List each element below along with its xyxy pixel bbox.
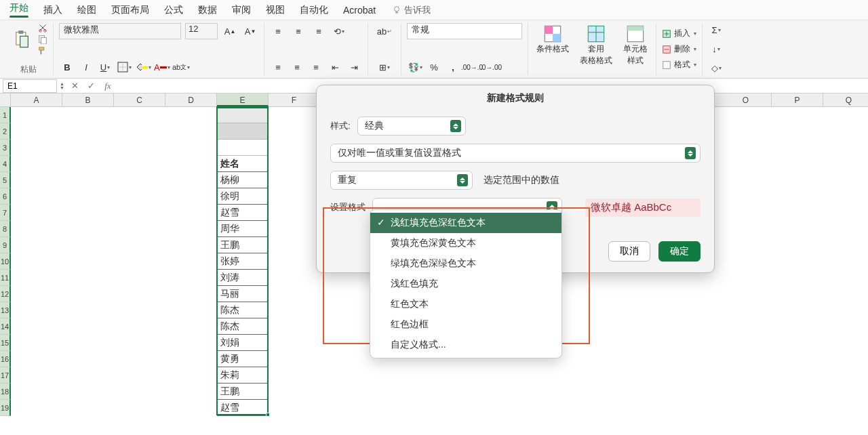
cancel-button[interactable]: 取消 <box>608 241 650 262</box>
row-3[interactable]: 3 <box>0 140 11 156</box>
fx-icon[interactable]: fx <box>100 81 116 91</box>
cell-E13[interactable]: 陈杰 <box>217 302 269 318</box>
col-E[interactable]: E <box>217 94 269 106</box>
col-O[interactable]: O <box>720 94 772 106</box>
row-6[interactable]: 6 <box>0 188 11 205</box>
decrease-decimal-icon[interactable]: .0→.00 <box>483 59 499 75</box>
dd-item-5[interactable]: 红色边框 <box>370 314 561 335</box>
fill-icon[interactable]: ↓▾ <box>708 42 724 57</box>
autosum-icon[interactable]: Σ▾ <box>708 23 724 38</box>
row-10[interactable]: 10 <box>0 253 11 270</box>
decrease-font-icon[interactable]: A▼ <box>242 23 258 39</box>
cell-E10[interactable]: 张婷 <box>217 253 269 270</box>
cell-E16[interactable]: 黄勇 <box>217 351 269 367</box>
tell-me[interactable]: 告诉我 <box>392 4 431 16</box>
currency-icon[interactable]: 💱▾ <box>407 59 423 75</box>
cell-E14[interactable]: 陈杰 <box>217 318 269 335</box>
format-button[interactable]: 格式▾ <box>662 59 696 70</box>
delete-button[interactable]: 删除▾ <box>662 43 696 55</box>
row-1[interactable]: 1 <box>0 107 11 123</box>
cut-icon[interactable] <box>38 23 47 33</box>
align-bottom-icon[interactable]: ≡ <box>311 23 327 39</box>
decrease-indent-icon[interactable]: ⇤ <box>327 59 343 75</box>
duplicate-select[interactable]: 重复 <box>330 171 473 190</box>
border-button[interactable]: ▾ <box>116 59 132 75</box>
increase-font-icon[interactable]: A▲ <box>222 23 238 39</box>
row-2[interactable]: 2 <box>0 123 11 140</box>
row-8[interactable]: 8 <box>0 221 11 237</box>
tab-data[interactable]: 数据 <box>191 1 224 20</box>
row-17[interactable]: 17 <box>0 367 11 384</box>
cell-E4[interactable]: 姓名 <box>217 156 269 172</box>
dd-item-3[interactable]: 浅红色填充 <box>370 274 561 294</box>
align-top-icon[interactable]: ≡ <box>270 23 286 39</box>
align-middle-icon[interactable]: ≡ <box>290 23 307 39</box>
increase-indent-icon[interactable]: ⇥ <box>346 59 362 75</box>
row-14[interactable]: 14 <box>0 318 11 335</box>
clear-icon[interactable]: ◇▾ <box>708 60 724 75</box>
align-left-icon[interactable]: ≡ <box>270 59 286 75</box>
cell-E6[interactable]: 徐明 <box>217 188 269 205</box>
cell-E8[interactable]: 周华 <box>217 221 269 237</box>
col-D[interactable]: D <box>165 94 217 106</box>
insert-button[interactable]: 插入▾ <box>662 28 696 39</box>
paste-button[interactable] <box>9 28 34 50</box>
font-color-button[interactable]: A▾ <box>154 59 170 75</box>
fill-color-button[interactable]: ▾ <box>135 59 151 75</box>
dd-item-0[interactable]: 浅红填充色深红色文本 <box>370 213 561 233</box>
tab-review[interactable]: 审阅 <box>225 1 258 20</box>
select-all-corner[interactable] <box>0 94 11 106</box>
row-11[interactable]: 11 <box>0 270 11 286</box>
row-18[interactable]: 18 <box>0 384 11 400</box>
row-16[interactable]: 16 <box>0 351 11 367</box>
rule-type-select[interactable]: 仅对唯一值或重复值设置格式 <box>330 144 701 163</box>
col-Q[interactable]: Q <box>823 94 868 106</box>
copy-icon[interactable] <box>38 35 47 44</box>
font-name-select[interactable]: 微软雅黑 <box>59 23 181 39</box>
table-format-button[interactable]: 套用 表格格式 <box>577 23 615 68</box>
row-19[interactable]: 19 <box>0 400 11 416</box>
increase-decimal-icon[interactable]: .00→.0 <box>464 59 480 75</box>
cell-E19[interactable]: 赵雪 <box>217 400 269 416</box>
accept-formula-icon[interactable]: ✓ <box>83 81 100 91</box>
tab-draw[interactable]: 绘图 <box>71 1 103 20</box>
phonetic-button[interactable]: ab文▾ <box>173 59 189 75</box>
row-7[interactable]: 7 <box>0 205 11 221</box>
tab-formula[interactable]: 公式 <box>157 1 190 20</box>
wrap-text-icon[interactable]: ab↵ <box>374 23 395 39</box>
tab-acrobat[interactable]: Acrobat <box>336 1 382 19</box>
col-P[interactable]: P <box>772 94 823 106</box>
dd-item-4[interactable]: 红色文本 <box>370 294 561 314</box>
style-select[interactable]: 经典 <box>357 117 466 136</box>
cell-E5[interactable]: 杨柳 <box>217 172 269 188</box>
tab-pagelayout[interactable]: 页面布局 <box>104 1 156 20</box>
cell-E2[interactable] <box>217 123 269 140</box>
tab-view[interactable]: 视图 <box>259 1 292 20</box>
col-A[interactable]: A <box>11 94 62 106</box>
number-format-select[interactable]: 常规 <box>407 23 522 39</box>
cell-E15[interactable]: 刘娟 <box>217 335 269 351</box>
bold-button[interactable]: B <box>59 59 75 75</box>
dd-item-6[interactable]: 自定义格式... <box>370 335 561 355</box>
cell-E18[interactable]: 王鹏 <box>217 384 269 400</box>
align-right-icon[interactable]: ≡ <box>308 59 324 75</box>
row-13[interactable]: 13 <box>0 302 11 318</box>
font-size-select[interactable]: 12 <box>185 23 218 39</box>
merge-icon[interactable]: ⊞▾ <box>374 59 395 75</box>
conditional-format-button[interactable]: 条件格式 <box>534 23 572 56</box>
row-15[interactable]: 15 <box>0 335 11 351</box>
dd-item-1[interactable]: 黄填充色深黄色文本 <box>370 233 561 253</box>
name-box[interactable] <box>3 79 57 93</box>
cell-E3[interactable] <box>217 140 269 156</box>
orientation-icon[interactable]: ⟲▾ <box>331 23 347 39</box>
tab-home[interactable]: 开始 <box>3 0 35 21</box>
col-C[interactable]: C <box>114 94 165 106</box>
tab-automation[interactable]: 自动化 <box>293 1 335 20</box>
cell-E11[interactable]: 刘涛 <box>217 270 269 286</box>
col-F[interactable]: F <box>269 94 320 106</box>
tab-insert[interactable]: 插入 <box>37 1 69 20</box>
cancel-formula-icon[interactable]: ✕ <box>67 81 83 91</box>
ok-button[interactable]: 确定 <box>658 241 701 262</box>
cell-E9[interactable]: 王鹏 <box>217 237 269 253</box>
col-B[interactable]: B <box>62 94 114 106</box>
